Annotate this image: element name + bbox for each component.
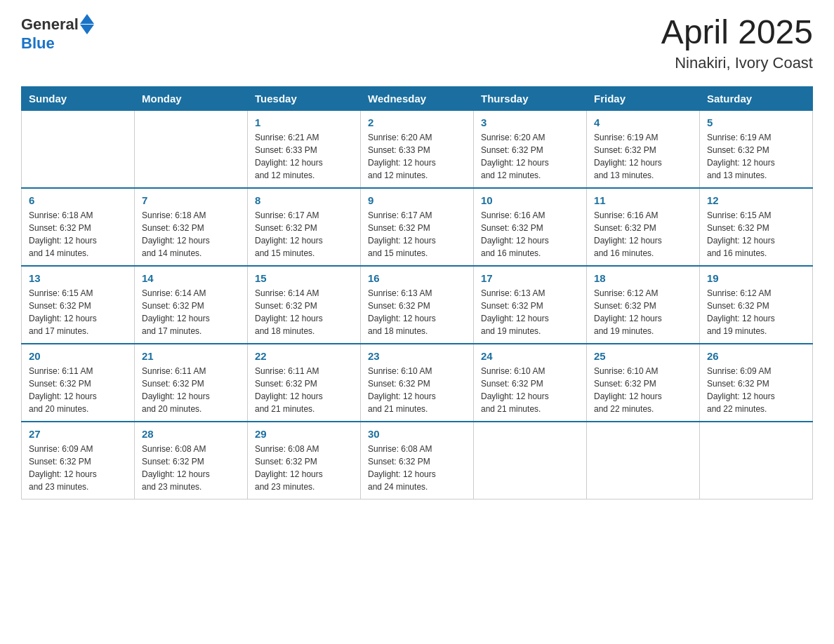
- day-info: Sunrise: 6:08 AMSunset: 6:32 PMDaylight:…: [368, 443, 466, 493]
- calendar-day-cell: 30Sunrise: 6:08 AMSunset: 6:32 PMDayligh…: [361, 422, 474, 499]
- day-info: Sunrise: 6:11 AMSunset: 6:32 PMDaylight:…: [29, 365, 127, 415]
- logo: General Blue: [21, 14, 94, 53]
- day-number: 10: [481, 194, 579, 206]
- calendar-day-cell: 7Sunrise: 6:18 AMSunset: 6:32 PMDaylight…: [135, 188, 248, 266]
- day-info: Sunrise: 6:18 AMSunset: 6:32 PMDaylight:…: [29, 209, 127, 260]
- day-info: Sunrise: 6:10 AMSunset: 6:32 PMDaylight:…: [594, 365, 692, 415]
- calendar-week-row: 1Sunrise: 6:21 AMSunset: 6:33 PMDaylight…: [22, 110, 813, 188]
- day-info: Sunrise: 6:12 AMSunset: 6:32 PMDaylight:…: [594, 287, 692, 337]
- day-number: 24: [481, 350, 579, 362]
- calendar-day-cell: 12Sunrise: 6:15 AMSunset: 6:32 PMDayligh…: [700, 188, 813, 266]
- day-of-week-header: Friday: [587, 86, 700, 110]
- calendar-day-cell: [474, 422, 587, 499]
- day-info: Sunrise: 6:11 AMSunset: 6:32 PMDaylight:…: [255, 365, 353, 415]
- calendar-location: Ninakiri, Ivory Coast: [661, 54, 813, 72]
- calendar-day-cell: 21Sunrise: 6:11 AMSunset: 6:32 PMDayligh…: [135, 344, 248, 422]
- day-of-week-header: Thursday: [474, 86, 587, 110]
- day-number: 3: [481, 116, 579, 128]
- day-number: 4: [594, 116, 692, 128]
- day-number: 25: [594, 350, 692, 362]
- page-header: General Blue April 2025 Ninakiri, Ivory …: [21, 14, 813, 72]
- day-of-week-header: Saturday: [700, 86, 813, 110]
- day-info: Sunrise: 6:16 AMSunset: 6:32 PMDaylight:…: [481, 209, 579, 260]
- day-info: Sunrise: 6:08 AMSunset: 6:32 PMDaylight:…: [142, 443, 240, 493]
- calendar-day-cell: 25Sunrise: 6:10 AMSunset: 6:32 PMDayligh…: [587, 344, 700, 422]
- calendar-day-cell: 16Sunrise: 6:13 AMSunset: 6:32 PMDayligh…: [361, 266, 474, 344]
- day-info: Sunrise: 6:19 AMSunset: 6:32 PMDaylight:…: [594, 131, 692, 182]
- day-number: 22: [255, 350, 353, 362]
- day-info: Sunrise: 6:10 AMSunset: 6:32 PMDaylight:…: [368, 365, 466, 415]
- calendar-day-cell: 19Sunrise: 6:12 AMSunset: 6:32 PMDayligh…: [700, 266, 813, 344]
- calendar-week-row: 13Sunrise: 6:15 AMSunset: 6:32 PMDayligh…: [22, 266, 813, 344]
- day-number: 8: [255, 194, 353, 206]
- calendar-day-cell: 26Sunrise: 6:09 AMSunset: 6:32 PMDayligh…: [700, 344, 813, 422]
- calendar-day-cell: 9Sunrise: 6:17 AMSunset: 6:32 PMDaylight…: [361, 188, 474, 266]
- calendar-day-cell: 15Sunrise: 6:14 AMSunset: 6:32 PMDayligh…: [248, 266, 361, 344]
- day-info: Sunrise: 6:19 AMSunset: 6:32 PMDaylight:…: [707, 131, 805, 182]
- calendar-day-cell: 3Sunrise: 6:20 AMSunset: 6:32 PMDaylight…: [474, 110, 587, 188]
- calendar-day-cell: 8Sunrise: 6:17 AMSunset: 6:32 PMDaylight…: [248, 188, 361, 266]
- calendar-week-row: 27Sunrise: 6:09 AMSunset: 6:32 PMDayligh…: [22, 422, 813, 499]
- day-number: 15: [255, 272, 353, 284]
- calendar-day-cell: 13Sunrise: 6:15 AMSunset: 6:32 PMDayligh…: [22, 266, 135, 344]
- day-info: Sunrise: 6:13 AMSunset: 6:32 PMDaylight:…: [368, 287, 466, 337]
- day-info: Sunrise: 6:16 AMSunset: 6:32 PMDaylight:…: [594, 209, 692, 260]
- calendar-day-cell: 28Sunrise: 6:08 AMSunset: 6:32 PMDayligh…: [135, 422, 248, 499]
- day-of-week-header: Monday: [135, 86, 248, 110]
- day-number: 14: [142, 272, 240, 284]
- calendar-day-cell: [700, 422, 813, 499]
- day-info: Sunrise: 6:11 AMSunset: 6:32 PMDaylight:…: [142, 365, 240, 415]
- day-number: 21: [142, 350, 240, 362]
- calendar-day-cell: 24Sunrise: 6:10 AMSunset: 6:32 PMDayligh…: [474, 344, 587, 422]
- day-info: Sunrise: 6:20 AMSunset: 6:32 PMDaylight:…: [481, 131, 579, 182]
- calendar-day-cell: 10Sunrise: 6:16 AMSunset: 6:32 PMDayligh…: [474, 188, 587, 266]
- calendar-day-cell: 14Sunrise: 6:14 AMSunset: 6:32 PMDayligh…: [135, 266, 248, 344]
- day-info: Sunrise: 6:15 AMSunset: 6:32 PMDaylight:…: [29, 287, 127, 337]
- calendar-day-cell: 5Sunrise: 6:19 AMSunset: 6:32 PMDaylight…: [700, 110, 813, 188]
- day-number: 27: [29, 428, 127, 440]
- calendar-title: April 2025: [661, 14, 813, 51]
- day-number: 6: [29, 194, 127, 206]
- day-number: 19: [707, 272, 805, 284]
- calendar-day-cell: 1Sunrise: 6:21 AMSunset: 6:33 PMDaylight…: [248, 110, 361, 188]
- day-number: 20: [29, 350, 127, 362]
- day-number: 26: [707, 350, 805, 362]
- day-info: Sunrise: 6:09 AMSunset: 6:32 PMDaylight:…: [29, 443, 127, 493]
- calendar-day-cell: 6Sunrise: 6:18 AMSunset: 6:32 PMDaylight…: [22, 188, 135, 266]
- calendar-day-cell: 18Sunrise: 6:12 AMSunset: 6:32 PMDayligh…: [587, 266, 700, 344]
- calendar-day-cell: 2Sunrise: 6:20 AMSunset: 6:33 PMDaylight…: [361, 110, 474, 188]
- day-number: 1: [255, 116, 353, 128]
- calendar-day-cell: 11Sunrise: 6:16 AMSunset: 6:32 PMDayligh…: [587, 188, 700, 266]
- day-of-week-header: Tuesday: [248, 86, 361, 110]
- logo-blue-text: Blue: [21, 34, 55, 53]
- calendar-day-cell: 20Sunrise: 6:11 AMSunset: 6:32 PMDayligh…: [22, 344, 135, 422]
- calendar-week-row: 20Sunrise: 6:11 AMSunset: 6:32 PMDayligh…: [22, 344, 813, 422]
- calendar-day-cell: [135, 110, 248, 188]
- calendar-day-cell: 23Sunrise: 6:10 AMSunset: 6:32 PMDayligh…: [361, 344, 474, 422]
- day-number: 18: [594, 272, 692, 284]
- calendar-day-cell: [587, 422, 700, 499]
- calendar-week-row: 6Sunrise: 6:18 AMSunset: 6:32 PMDaylight…: [22, 188, 813, 266]
- day-number: 28: [142, 428, 240, 440]
- day-info: Sunrise: 6:21 AMSunset: 6:33 PMDaylight:…: [255, 131, 353, 182]
- day-info: Sunrise: 6:18 AMSunset: 6:32 PMDaylight:…: [142, 209, 240, 260]
- day-info: Sunrise: 6:14 AMSunset: 6:32 PMDaylight:…: [142, 287, 240, 337]
- day-info: Sunrise: 6:14 AMSunset: 6:32 PMDaylight:…: [255, 287, 353, 337]
- day-info: Sunrise: 6:09 AMSunset: 6:32 PMDaylight:…: [707, 365, 805, 415]
- day-info: Sunrise: 6:20 AMSunset: 6:33 PMDaylight:…: [368, 131, 466, 182]
- day-info: Sunrise: 6:13 AMSunset: 6:32 PMDaylight:…: [481, 287, 579, 337]
- day-info: Sunrise: 6:17 AMSunset: 6:32 PMDaylight:…: [255, 209, 353, 260]
- calendar-day-cell: [22, 110, 135, 188]
- day-number: 16: [368, 272, 466, 284]
- day-number: 2: [368, 116, 466, 128]
- day-number: 13: [29, 272, 127, 284]
- day-number: 7: [142, 194, 240, 206]
- calendar-day-cell: 27Sunrise: 6:09 AMSunset: 6:32 PMDayligh…: [22, 422, 135, 499]
- day-info: Sunrise: 6:12 AMSunset: 6:32 PMDaylight:…: [707, 287, 805, 337]
- title-block: April 2025 Ninakiri, Ivory Coast: [661, 14, 813, 72]
- calendar-day-cell: 22Sunrise: 6:11 AMSunset: 6:32 PMDayligh…: [248, 344, 361, 422]
- day-info: Sunrise: 6:10 AMSunset: 6:32 PMDaylight:…: [481, 365, 579, 415]
- day-number: 9: [368, 194, 466, 206]
- day-number: 12: [707, 194, 805, 206]
- day-of-week-header: Wednesday: [361, 86, 474, 110]
